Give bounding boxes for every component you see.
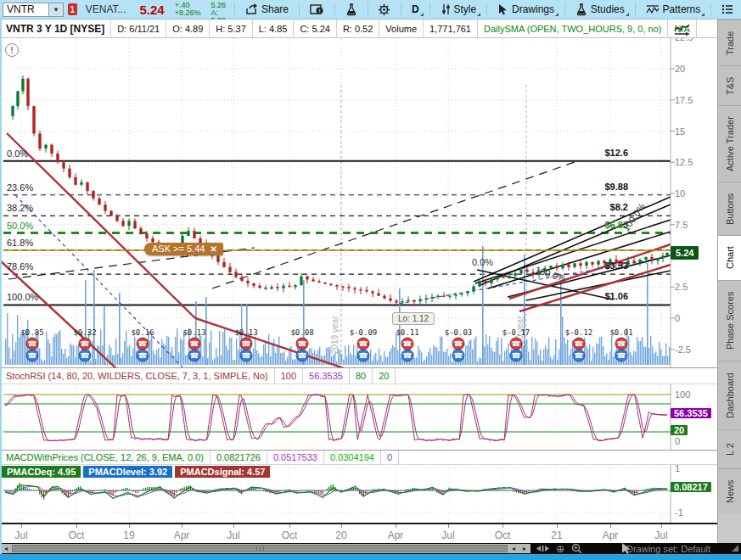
symbol-input[interactable]: VNTR ▼ [3,3,64,17]
dividend-icon[interactable]: ☎ [240,350,252,361]
fib-level-label: 23.6% [7,182,33,193]
fib-level-label: 78.6% [7,261,33,272]
ohlc-cell: H: 5.37 [210,20,252,37]
close-icon[interactable]: ✕ [210,244,216,254]
svg-text:☎: ☎ [616,351,626,360]
sidebar-tab-news[interactable]: News [718,468,741,513]
sidebar-tab-active-trader[interactable]: Active Trader [718,105,741,182]
trading-platform-window: VNTR ▼ 1 VENAT... 5.24 +.40 +8.26% B: 5.… [0,0,741,560]
stochrsi-plot[interactable]: 100056.353520 [0,384,717,450]
svg-text:☎: ☎ [511,339,520,348]
chart-scrollbar[interactable]: ◄ ◄ ► [1,544,530,553]
dividend-icon[interactable]: ☎ [137,350,149,361]
macd-plot[interactable]: PMACDeq: 4.95PMACDlevel: 3.92PMACDsignal… [0,465,717,523]
cursor-icon [497,3,508,15]
scrollbar-handle[interactable] [12,545,508,552]
chart-scale-icon[interactable] [673,22,692,37]
chart-title: VNTR 3 Y 1D [NYSE] [0,20,111,37]
svg-text:☎: ☎ [80,339,89,348]
earnings-call-icon[interactable]: ☎ [615,338,627,350]
sidebar-tab-t-s[interactable]: T&S [718,65,741,105]
earnings-call-icon[interactable]: ☎ [188,338,200,350]
zoom-in-icon[interactable] [571,543,582,554]
chevron-down-icon: ▼ [53,6,59,14]
sidebar-tab-buttons[interactable]: Buttons [718,182,741,235]
crosshair-icon[interactable]: ⊕ [556,543,564,555]
macd-header[interactable]: MACDWithPrices (CLOSE, 12, 26, 9, EMA, 0… [0,450,717,465]
info-icon[interactable]: ! [5,43,19,57]
macd-value: 0 [381,451,399,464]
dividend-icon[interactable]: ☎ [357,350,369,361]
fib-price-label: $1.06 [552,291,628,301]
macd-title[interactable]: MACDWithPrices (CLOSE, 12, 26, 9, EMA, 0… [0,451,211,464]
dividend-icon[interactable]: ☎ [79,350,91,361]
sidebar-tab-trade[interactable]: Trade [718,20,741,65]
studies-button[interactable]: Studies [570,1,630,18]
hamburger-icon [721,4,733,14]
stochrsi-title[interactable]: StochRSI (14, 80, 20, WILDERS, CLOSE, 7,… [0,368,275,384]
right-sidebar: TradeT&SActive TraderButtonsChartPhase S… [717,20,741,543]
symbol-dropdown-button[interactable]: ▼ [48,3,63,16]
dividend-icon[interactable]: ☎ [510,350,522,361]
sidebar-tab-l-2[interactable]: L 2 [718,429,741,468]
earnings-call-icon[interactable]: ☎ [401,338,413,350]
drawing-set-label[interactable]: Drawing set: Default [626,543,710,554]
x-axis-tick [502,524,503,528]
scroll-right-icon[interactable]: ► [519,544,530,553]
macd-value: 0.0821726 [211,451,267,464]
earnings-call-icon[interactable]: ☎ [573,338,585,350]
macd-axis-label: 1 [675,465,680,473]
drawings-button[interactable]: Drawings [492,1,559,18]
last-price: 5.24 [140,3,165,17]
price-alert-badge[interactable]: ASK >= 5.44✕ [144,243,223,255]
scroll-left2-icon[interactable]: ◄ [508,544,519,553]
alert-label: ASK >= 5.44 [152,244,205,254]
x-axis-tick [448,524,449,528]
dividend-icon[interactable]: ☎ [401,350,413,361]
dividend-icon[interactable]: ☎ [573,350,585,361]
x-axis-label: Oct [495,529,511,541]
earnings-call-icon[interactable]: ☎ [26,338,38,350]
resize-grip[interactable] [732,545,738,552]
dividend-icon[interactable]: ☎ [26,350,38,361]
sidebar-tab-chart[interactable]: Chart [718,235,741,280]
earnings-call-icon[interactable]: ☎ [296,338,308,350]
symbol-value[interactable]: VNTR [3,3,48,15]
price-chart-area[interactable]: 2019 year2020 year$0.85☎☎$0.32☎☎$0.16☎☎$… [0,38,717,367]
share-button[interactable]: Share [240,1,294,18]
sma-study-label[interactable]: DailySMA (OPEN, TWO_HOURS, 9, 0, no) [478,20,668,37]
report-icon: ! [310,3,324,16]
style-button[interactable]: Style [435,1,482,18]
earnings-call-icon[interactable]: ☎ [357,338,369,350]
settings-button[interactable] [373,1,396,18]
sidebar-tab-phase-scores[interactable]: Phase Scores [718,280,741,361]
svg-text:$0.85: $0.85 [20,328,43,337]
x-axis-label: Apr [388,529,404,541]
timeframe-button[interactable]: D [407,1,424,18]
stochrsi-header[interactable]: StochRSI (14, 80, 20, WILDERS, CLOSE, 7,… [0,367,717,384]
stoch-lower-badge: 20 [671,425,688,435]
dividend-icon[interactable]: ☎ [452,350,464,361]
earnings-call-icon[interactable]: ☎ [452,338,464,350]
economic-data-button[interactable]: ! [305,1,329,18]
pan-icon[interactable] [536,545,549,552]
scroll-left-icon[interactable]: ◄ [1,544,11,553]
sidebar-tab-dashboard[interactable]: Dashboard [718,361,741,429]
chart-menu-button[interactable] [716,1,738,18]
price-axis-label: 15 [675,126,685,137]
earnings-call-icon[interactable]: ☎ [510,338,522,350]
alert-count-badge[interactable]: 1 [68,3,77,15]
earnings-call-icon[interactable]: ☎ [79,338,91,350]
earnings-call-icon[interactable]: ☎ [240,338,252,350]
svg-text:$-0.12: $-0.12 [565,328,593,337]
earnings-call-icon[interactable]: ☎ [137,338,149,350]
ohlc-cell: 1,771,761 [424,20,478,37]
dividend-icon[interactable]: ☎ [615,350,627,361]
chart-gadget: VNTR 3 Y 1D [NYSE] D: 6/11/21O: 4.89H: 5… [0,20,717,543]
patterns-button[interactable]: Patterns [641,1,706,18]
stochrsi-value: 56.3535 [303,368,350,384]
gear-icon [378,3,390,16]
dividend-icon[interactable]: ☎ [296,350,308,361]
analyze-button[interactable] [340,1,362,18]
dividend-icon[interactable]: ☎ [188,350,200,361]
